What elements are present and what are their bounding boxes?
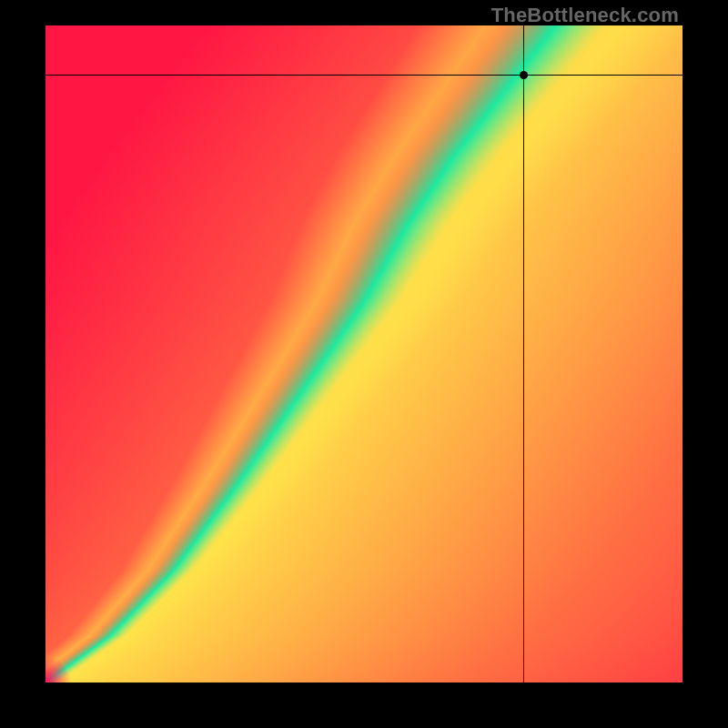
watermark-text: TheBottleneck.com [491, 4, 679, 27]
bottleneck-heatmap [46, 25, 682, 682]
crosshair-vertical [523, 25, 524, 682]
crosshair-horizontal [46, 75, 682, 76]
heatmap-frame [46, 25, 682, 682]
